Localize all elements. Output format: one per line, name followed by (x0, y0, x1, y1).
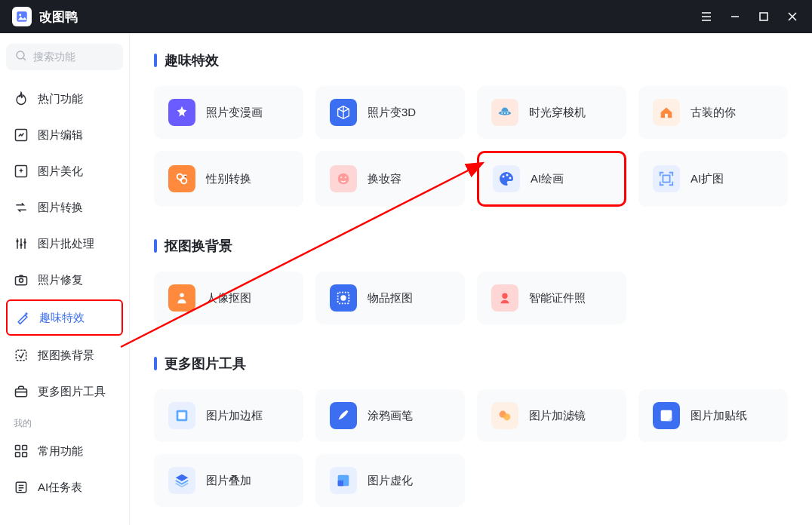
card-add-sticker[interactable]: 图片加贴纸 (638, 389, 788, 442)
card-label: 古装的你 (691, 106, 736, 120)
edit-icon (14, 127, 29, 143)
card-add-filter[interactable]: 图片加滤镜 (477, 389, 626, 442)
svg-point-34 (340, 295, 346, 300)
svg-rect-12 (16, 389, 27, 397)
card-doodle-brush[interactable]: 涂鸦画笔 (315, 389, 465, 442)
search-icon (15, 50, 27, 64)
sidebar-item-label: AI任务表 (38, 480, 82, 495)
card-label: 智能证件照 (529, 291, 586, 305)
svg-point-1 (19, 14, 21, 16)
sidebar: 搜索功能 热门功能 图片编辑 图片美化 图片转换 图片批处理 照片修复 趣味 (0, 33, 130, 525)
card-overlay[interactable]: 图片叠加 (154, 454, 303, 507)
section-bar-icon (154, 54, 157, 67)
card-ancient-costume[interactable]: 古装的你 (638, 86, 788, 139)
card-portrait-cutout[interactable]: 人像抠图 (154, 272, 303, 324)
card-label: 涂鸦画笔 (368, 409, 413, 423)
svg-rect-31 (663, 175, 669, 182)
svg-point-26 (340, 177, 342, 178)
svg-rect-0 (17, 11, 27, 22)
sidebar-item-repair[interactable]: 照片修复 (6, 263, 123, 296)
wand-icon (15, 310, 30, 325)
batch-icon (14, 236, 29, 251)
sidebar-item-beautify[interactable]: 图片美化 (6, 155, 123, 188)
sidebar-item-batch[interactable]: 图片批处理 (6, 227, 123, 260)
sidebar-item-cutout[interactable]: 抠图换背景 (6, 339, 123, 372)
star-icon (168, 99, 195, 126)
titlebar-left: 改图鸭 (12, 7, 78, 26)
gender-icon (168, 165, 195, 192)
sidebar-item-label: 图片编辑 (38, 128, 83, 143)
svg-point-32 (180, 293, 184, 298)
minimize-icon[interactable] (727, 11, 743, 22)
section-header-cutout: 抠图换背景 (154, 237, 788, 255)
sidebar-item-convert[interactable]: 图片转换 (6, 191, 123, 224)
border-icon (168, 402, 195, 429)
app-logo-icon (12, 7, 32, 26)
card-label: 时光穿梭机 (529, 106, 586, 120)
filter-icon (491, 402, 518, 429)
sidebar-item-label: 热门功能 (38, 92, 83, 106)
svg-rect-9 (16, 277, 27, 285)
object-icon (330, 284, 357, 312)
card-label: 换妆容 (368, 172, 401, 186)
brush-icon (330, 402, 357, 429)
sidebar-item-edit[interactable]: 图片编辑 (6, 118, 123, 152)
blur-icon (330, 467, 357, 494)
layers-icon (168, 467, 195, 494)
card-time-machine[interactable]: 时光穿梭机 (477, 86, 626, 139)
search-placeholder: 搜索功能 (33, 51, 75, 64)
svg-rect-11 (16, 350, 26, 360)
svg-point-30 (509, 177, 512, 180)
sidebar-item-ai-tasks[interactable]: AI任务表 (6, 471, 123, 504)
card-gender-swap[interactable]: 性别转换 (154, 151, 303, 207)
sidebar-item-label: 图片美化 (38, 164, 83, 179)
card-label: 图片叠加 (206, 474, 251, 488)
window-controls (699, 11, 800, 23)
sidebar-item-hot[interactable]: 热门功能 (6, 82, 123, 115)
svg-point-6 (16, 240, 18, 242)
card-photo-to-3d[interactable]: 照片变3D (315, 86, 465, 139)
sidebar-item-label: 趣味特效 (39, 311, 85, 325)
toolbox-icon (14, 384, 29, 399)
card-ai-painting[interactable]: AI绘画 (477, 151, 626, 207)
card-makeup-swap[interactable]: 换妆容 (315, 151, 465, 207)
card-label: 图片加滤镜 (529, 409, 586, 423)
convert-icon (14, 200, 29, 215)
palette-icon (493, 165, 520, 192)
sidebar-item-more-tools[interactable]: 更多图片工具 (6, 375, 123, 408)
section-bar-icon (154, 357, 157, 370)
person-icon (168, 284, 195, 312)
card-ai-expand[interactable]: AI扩图 (638, 151, 788, 207)
svg-point-21 (507, 112, 509, 114)
card-add-border[interactable]: 图片加边框 (154, 389, 303, 442)
search-input[interactable]: 搜索功能 (6, 44, 123, 70)
section-header-more-tools: 更多图片工具 (154, 355, 788, 373)
sidebar-item-label: 常用功能 (38, 444, 83, 459)
card-label: 物品抠图 (368, 291, 413, 305)
card-blur[interactable]: 图片虚化 (315, 454, 465, 507)
section-title: 抠图换背景 (165, 237, 232, 255)
card-object-cutout[interactable]: 物品抠图 (315, 272, 465, 324)
scissors-icon (14, 348, 29, 363)
sticker-icon (653, 402, 680, 429)
card-label: AI扩图 (691, 172, 724, 186)
svg-point-3 (17, 51, 24, 59)
card-id-photo[interactable]: 智能证件照 (477, 272, 626, 324)
cube-icon (330, 99, 357, 126)
section-header-effects: 趣味特效 (154, 51, 788, 69)
card-photo-to-anime[interactable]: 照片变漫画 (154, 86, 303, 139)
svg-point-19 (501, 112, 503, 114)
menu-icon[interactable] (699, 11, 714, 23)
close-icon[interactable] (785, 11, 800, 22)
svg-point-10 (20, 278, 23, 282)
sidebar-item-effects[interactable]: 趣味特效 (6, 299, 123, 336)
maximize-icon[interactable] (756, 11, 771, 22)
svg-point-29 (506, 174, 509, 177)
svg-point-8 (23, 241, 26, 244)
svg-rect-37 (178, 412, 185, 419)
svg-rect-42 (338, 480, 343, 486)
sidebar-item-favorites[interactable]: 常用功能 (6, 434, 123, 468)
svg-point-20 (504, 112, 506, 114)
ufo-icon (491, 99, 518, 126)
svg-rect-16 (23, 453, 27, 457)
